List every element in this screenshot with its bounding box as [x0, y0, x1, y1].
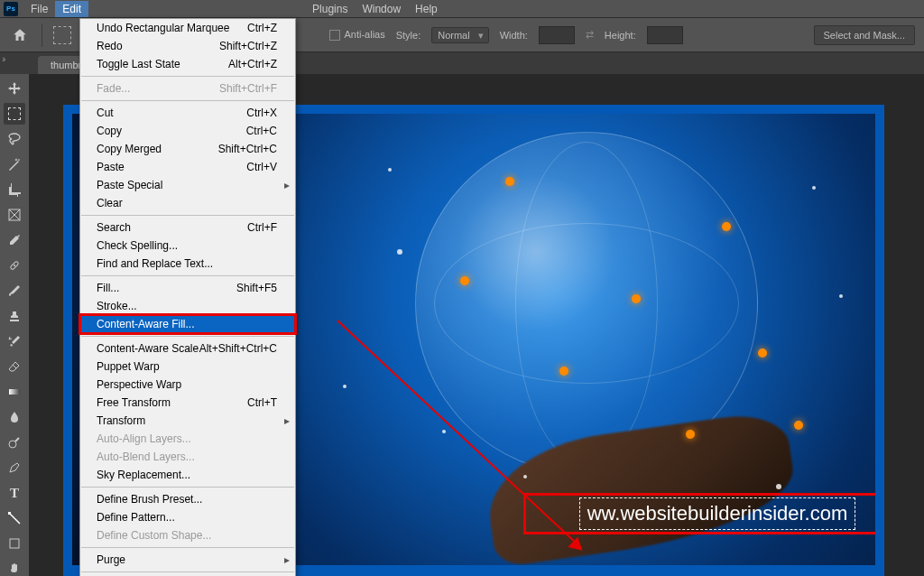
menu-item-shortcut: Ctrl+X	[246, 107, 277, 119]
edit-menu-item: Fade...Shift+Ctrl+F	[80, 79, 295, 98]
menu-edit[interactable]: Edit	[55, 1, 88, 17]
heal-tool[interactable]	[4, 255, 25, 276]
menu-item-shortcut: Ctrl+Z	[247, 22, 277, 34]
gradient-tool[interactable]	[4, 381, 25, 403]
blur-tool[interactable]	[4, 406, 25, 428]
menu-item-label: Define Pattern...	[97, 511, 175, 524]
menu-item-label: Check Spelling...	[97, 239, 178, 252]
edit-menu-item[interactable]: Copy MergedShift+Ctrl+C	[80, 140, 295, 158]
menu-item-label: Clear	[97, 197, 123, 209]
edit-menu-item[interactable]: Toggle Last StateAlt+Ctrl+Z	[80, 55, 295, 73]
wand-tool[interactable]	[4, 153, 25, 175]
edit-menu-item[interactable]: Stroke...	[80, 297, 295, 315]
crop-tool[interactable]	[4, 179, 25, 200]
hand-tool[interactable]	[4, 558, 25, 576]
pen-tool[interactable]	[4, 457, 25, 478]
menu-item-shortcut: Shift+Ctrl+Z	[219, 40, 277, 52]
menu-item-label: Search	[97, 221, 131, 234]
edit-menu-item[interactable]: CopyCtrl+C	[80, 122, 295, 140]
stamp-tool[interactable]	[4, 305, 25, 327]
edit-menu-item[interactable]: Content-Aware Fill...	[80, 315, 295, 333]
edit-menu-item[interactable]: Define Brush Preset...	[80, 490, 295, 508]
watermark-highlight-box: ww.websitebuilderinsider.com	[523, 493, 875, 534]
menu-item-shortcut: Shift+Ctrl+C	[218, 143, 277, 155]
menu-item-label: Stroke...	[97, 300, 137, 312]
edit-menu-item[interactable]: Sky Replacement...	[80, 466, 295, 484]
edit-menu-item[interactable]: Check Spelling...	[80, 237, 295, 255]
watermark-selection: ww.websitebuilderinsider.com	[579, 497, 856, 530]
menu-file[interactable]: File	[23, 1, 55, 17]
edit-menu-item[interactable]: SearchCtrl+F	[80, 218, 295, 237]
menu-item-label: Define Brush Preset...	[97, 493, 202, 506]
menubar: Ps File Edit Plugins Window Help	[0, 0, 924, 18]
menu-item-shortcut: Alt+Ctrl+Z	[228, 58, 277, 70]
ps-logo-icon: Ps	[4, 2, 18, 16]
menu-item-label: Auto-Blend Layers...	[97, 451, 195, 463]
menu-item-label: Undo Rectangular Marquee	[97, 22, 229, 34]
eraser-tool[interactable]	[4, 356, 25, 377]
svg-rect-4	[8, 512, 11, 515]
menu-item-label: Perspective Warp	[97, 378, 181, 391]
menu-window[interactable]: Window	[355, 1, 408, 17]
edit-menu-item[interactable]: Free TransformCtrl+T	[80, 394, 295, 412]
menu-item-label: Purge	[97, 553, 125, 566]
marquee-tool[interactable]	[4, 103, 25, 125]
svg-point-3	[9, 441, 16, 448]
menu-item-shortcut: Shift+F5	[236, 282, 277, 294]
frame-tool[interactable]	[4, 204, 25, 226]
edit-menu-item[interactable]: Find and Replace Text...	[80, 255, 295, 273]
edit-menu-item[interactable]: Undo Rectangular MarqueeCtrl+Z	[80, 19, 295, 37]
menu-item-label: Puppet Warp	[97, 360, 160, 373]
antialias-label: Anti-alias	[344, 29, 384, 40]
type-tool[interactable]: T	[4, 482, 25, 504]
edit-menu-item[interactable]: Content-Aware ScaleAlt+Shift+Ctrl+C	[80, 339, 295, 358]
lasso-tool[interactable]	[4, 128, 25, 150]
edit-menu-item[interactable]: Transform	[80, 412, 295, 430]
style-dropdown[interactable]: Normal	[431, 27, 488, 43]
edit-menu-item[interactable]: RedoShift+Ctrl+Z	[80, 37, 295, 55]
edit-menu-item[interactable]: Purge	[80, 551, 295, 569]
edit-menu-item[interactable]: CutCtrl+X	[80, 104, 295, 122]
antialias-checkbox[interactable]: Anti-alias	[329, 29, 384, 41]
history-brush-tool[interactable]	[4, 330, 25, 352]
edit-menu-item: Auto-Blend Layers...	[80, 448, 295, 466]
height-label: Height:	[605, 30, 636, 41]
home-button[interactable]	[9, 24, 31, 46]
edit-menu-dropdown: Undo Rectangular MarqueeCtrl+ZRedoShift+…	[79, 18, 296, 576]
path-tool[interactable]	[4, 507, 25, 529]
width-input[interactable]	[539, 26, 575, 44]
edit-menu-item[interactable]: Puppet Warp	[80, 358, 295, 376]
menu-item-label: Transform	[97, 414, 145, 427]
height-input[interactable]	[647, 26, 683, 44]
edit-menu-item[interactable]: Define Pattern...	[80, 508, 295, 526]
edit-menu-item[interactable]: Fill...Shift+F5	[80, 279, 295, 297]
menu-plugins[interactable]: Plugins	[305, 1, 355, 17]
shape-tool[interactable]	[4, 533, 25, 554]
edit-menu-item[interactable]: PasteCtrl+V	[80, 158, 295, 176]
menu-item-shortcut: Ctrl+C	[246, 125, 277, 137]
svg-rect-2	[9, 389, 20, 395]
menu-item-label: Toggle Last State	[97, 58, 180, 70]
panel-grip-icon: ››	[2, 54, 5, 64]
menu-help[interactable]: Help	[408, 1, 445, 17]
swap-icon[interactable]: ⇄	[586, 29, 594, 41]
menu-item-label: Find and Replace Text...	[97, 257, 213, 270]
edit-menu-item[interactable]: Paste Special	[80, 176, 295, 194]
dodge-tool[interactable]	[4, 432, 25, 453]
eyedropper-tool[interactable]	[4, 229, 25, 251]
edit-menu-item[interactable]: Perspective Warp	[80, 376, 295, 394]
menu-item-label: Content-Aware Scale	[97, 342, 199, 355]
menu-item-shortcut: Ctrl+V	[246, 161, 277, 173]
menu-item-shortcut: Ctrl+T	[247, 396, 277, 409]
style-label: Style:	[396, 30, 421, 41]
menu-item-label: Copy Merged	[97, 143, 162, 155]
menu-item-label: Content-Aware Fill...	[97, 318, 195, 330]
edit-menu-item[interactable]: Clear	[80, 194, 295, 212]
brush-tool[interactable]	[4, 280, 25, 302]
menu-item-label: Auto-Align Layers...	[97, 432, 191, 445]
menu-item-label: Fill...	[97, 282, 119, 294]
select-and-mask-button[interactable]: Select and Mask...	[814, 25, 916, 45]
tool-preset-icon[interactable]	[53, 26, 71, 44]
menu-item-label: Fade...	[97, 82, 130, 95]
move-tool[interactable]	[4, 78, 25, 99]
